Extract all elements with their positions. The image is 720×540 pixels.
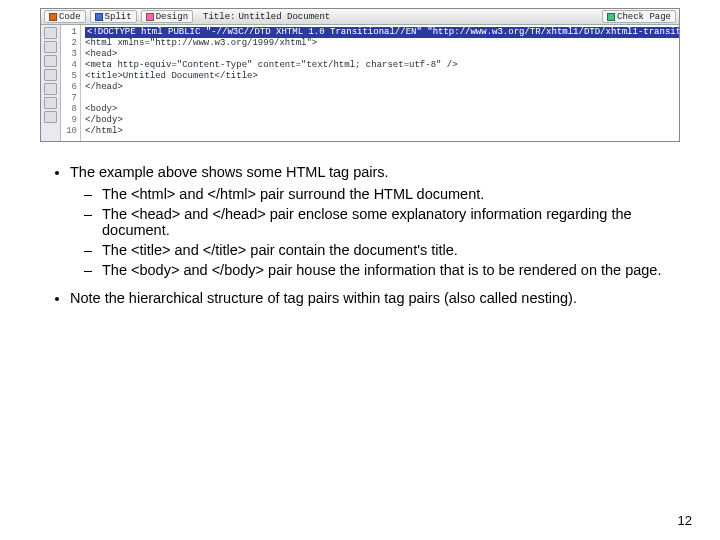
tab-design[interactable]: Design [141, 10, 193, 23]
code-line: </body> [85, 115, 123, 125]
check-page-button[interactable]: Check Page [602, 10, 676, 23]
line-number: 9 [61, 115, 77, 126]
tool-icon[interactable] [44, 111, 57, 123]
bullet-sub-1: The <html> and </html> pair surround the… [102, 186, 672, 202]
line-number: 7 [61, 93, 77, 104]
tab-split-label: Split [105, 12, 132, 22]
bullet-main-1: The example above shows some HTML tag pa… [70, 164, 672, 278]
code-line: <body> [85, 104, 117, 114]
bullet-sub-2: The <head> and </head> pair enclose some… [102, 206, 672, 238]
check-page-label: Check Page [617, 12, 671, 22]
tab-design-label: Design [156, 12, 188, 22]
code-line: <title>Untitled Document</title> [85, 71, 258, 81]
tab-code-label: Code [59, 12, 81, 22]
code-line: </html> [85, 126, 123, 136]
document-title: Title: Untitled Document [203, 12, 330, 22]
title-value: Untitled Document [238, 12, 330, 22]
code-line: </head> [85, 82, 123, 92]
code-line: <head> [85, 49, 117, 59]
code-line: <html xmlns="http://www.w3.org/1999/xhtm… [85, 38, 317, 48]
tool-icon[interactable] [44, 27, 57, 39]
line-number: 4 [61, 60, 77, 71]
line-number: 3 [61, 49, 77, 60]
code-line: <meta http-equiv="Content-Type" content=… [85, 60, 458, 70]
bullet-sub-4: The <body> and </body> pair house the in… [102, 262, 672, 278]
bullet-sub-3: The <title> and </title> pair contain th… [102, 242, 672, 258]
code-line: <!DOCTYPE html PUBLIC "-//W3C//DTD XHTML… [85, 27, 679, 38]
tool-icon[interactable] [44, 97, 57, 109]
bullet-text: The example above shows some HTML tag pa… [70, 164, 389, 180]
slide-text: The example above shows some HTML tag pa… [0, 164, 720, 306]
tool-strip [41, 25, 61, 141]
bullet-main-2: Note the hierarchical structure of tag p… [70, 290, 672, 306]
line-number: 2 [61, 38, 77, 49]
page-number: 12 [678, 513, 692, 528]
line-number-gutter: 1 2 3 4 5 6 7 8 9 10 [61, 25, 81, 141]
line-number: 1 [61, 27, 77, 38]
line-number: 8 [61, 104, 77, 115]
line-number: 6 [61, 82, 77, 93]
code-area[interactable]: <!DOCTYPE html PUBLIC "-//W3C//DTD XHTML… [81, 25, 679, 141]
tool-icon[interactable] [44, 83, 57, 95]
tab-split[interactable]: Split [90, 10, 137, 23]
tool-icon[interactable] [44, 41, 57, 53]
code-editor-screenshot: Code Split Design Title: Untitled Docume… [40, 8, 680, 142]
title-label: Title: [203, 12, 235, 22]
tab-code[interactable]: Code [44, 10, 86, 23]
view-tabs: Code Split Design Title: Untitled Docume… [41, 9, 679, 25]
line-number: 10 [61, 126, 77, 137]
tool-icon[interactable] [44, 69, 57, 81]
line-number: 5 [61, 71, 77, 82]
tool-icon[interactable] [44, 55, 57, 67]
